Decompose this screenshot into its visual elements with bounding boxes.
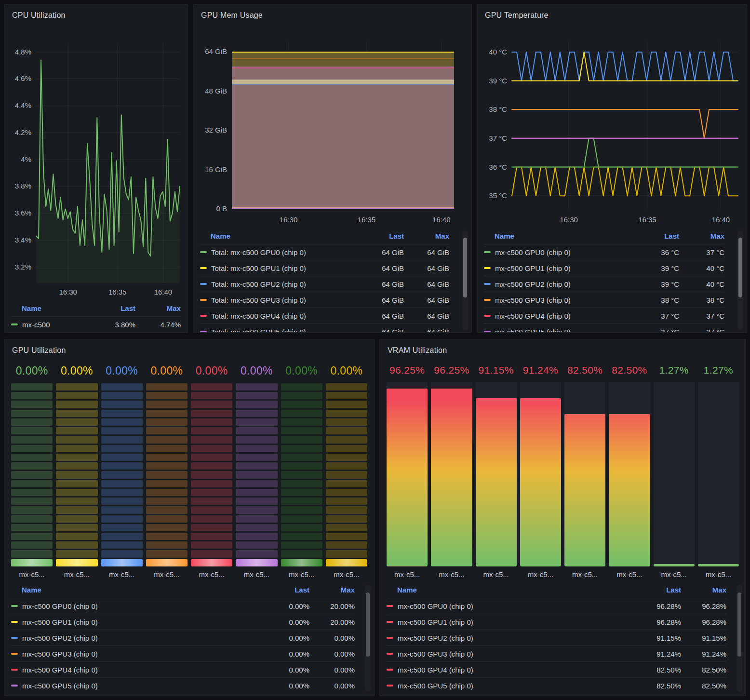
scrollbar-thumb[interactable] bbox=[463, 238, 467, 297]
legend-header-last[interactable]: Last bbox=[637, 586, 681, 594]
led-gauge-area[interactable]: 0.00%mx-c5...0.00%mx-c5...0.00%mx-c5...0… bbox=[4, 358, 374, 581]
led-cell-dim bbox=[326, 524, 367, 531]
legend-scrollbar[interactable] bbox=[365, 585, 371, 692]
legend-header-name[interactable]: Name bbox=[11, 304, 91, 312]
legend-series-name[interactable]: mx-c500 GPU2 (chip 0) bbox=[11, 634, 265, 642]
led-cell-dim bbox=[236, 524, 277, 531]
vram-gauge[interactable]: 96.25%mx-c5... bbox=[431, 360, 472, 581]
legend-series-name[interactable]: mx-c500 GPU0 (chip 0) bbox=[387, 602, 637, 610]
vram-gauge[interactable]: 91.15%mx-c5... bbox=[476, 360, 517, 581]
legend-series-name[interactable]: mx-c500 GPU2 (chip 0) bbox=[484, 280, 635, 288]
legend-last-value: 37 °C bbox=[635, 328, 679, 333]
gpu-util-gauge[interactable]: 0.00%mx-c5... bbox=[101, 360, 143, 581]
legend-header-name[interactable]: Name bbox=[11, 586, 265, 594]
legend-series-name[interactable]: mx-c500 GPU4 (chip 0) bbox=[387, 666, 637, 674]
legend-series-name[interactable]: Total: mx-c500 GPU1 (chip 0) bbox=[200, 264, 360, 272]
vram-gauge[interactable]: 1.27%mx-c5... bbox=[654, 360, 695, 581]
legend-series-name[interactable]: mx-c500 GPU0 (chip 0) bbox=[484, 248, 635, 256]
legend-header-max[interactable]: Max bbox=[404, 232, 449, 240]
led-cell-dim bbox=[11, 436, 53, 443]
legend-max-value: 40 °C bbox=[679, 280, 724, 288]
legend-header-last[interactable]: Last bbox=[91, 304, 135, 312]
vram-gauge[interactable]: 82.50%mx-c5... bbox=[564, 360, 605, 581]
scrollbar-thumb[interactable] bbox=[737, 592, 741, 657]
legend-series-name[interactable]: mx-c500 GPU4 (chip 0) bbox=[11, 666, 265, 674]
vram-gauge-area[interactable]: 96.25%mx-c5...96.25%mx-c5...91.15%mx-c5.… bbox=[380, 358, 746, 581]
legend-header-name[interactable]: Name bbox=[200, 232, 360, 240]
led-cell-dim bbox=[56, 524, 97, 531]
legend-series-name[interactable]: mx-c500 GPU4 (chip 0) bbox=[484, 312, 635, 320]
gpu-util-gauge[interactable]: 0.00%mx-c5... bbox=[11, 360, 53, 581]
svg-text:16:30: 16:30 bbox=[59, 288, 77, 296]
vram-gauge[interactable]: 82.50%mx-c5... bbox=[609, 360, 650, 581]
legend-last-value: 37 °C bbox=[635, 312, 679, 320]
panel-title[interactable]: CPU Utilization bbox=[4, 4, 188, 23]
legend-series-name[interactable]: mx-c500 GPU5 (chip 0) bbox=[484, 328, 635, 333]
cpu-utilization-chart[interactable]: 3.2%3.4%3.6%3.8%4%4.2%4.4%4.6%4.8%16:301… bbox=[7, 23, 185, 299]
gpu-util-gauge[interactable]: 0.00%mx-c5... bbox=[191, 360, 232, 581]
led-cell-dim bbox=[101, 471, 143, 478]
mem-chart-area[interactable]: 0 B16 GiB32 GiB48 GiB64 GiB16:3016:3516:… bbox=[193, 23, 471, 227]
led-cell-dim bbox=[101, 445, 143, 452]
legend-header-max[interactable]: Max bbox=[679, 232, 724, 240]
series-color-marker bbox=[200, 251, 207, 253]
cpu-chart-area[interactable]: 3.2%3.4%3.6%3.8%4%4.2%4.4%4.6%4.8%16:301… bbox=[4, 23, 188, 299]
legend-header-last[interactable]: Last bbox=[360, 232, 404, 240]
legend-scrollbar[interactable] bbox=[737, 585, 742, 692]
legend-series-name[interactable]: mx-c500 GPU2 (chip 0) bbox=[387, 634, 637, 642]
gauge-value: 0.00% bbox=[281, 364, 322, 377]
legend-scrollbar[interactable] bbox=[737, 231, 743, 330]
legend-series-name[interactable]: mx-c500 bbox=[11, 321, 91, 329]
panel-title[interactable]: VRAM Utilization bbox=[380, 339, 746, 358]
legend-series-name[interactable]: Total: mx-c500 GPU2 (chip 0) bbox=[200, 280, 360, 288]
legend-header-name[interactable]: Name bbox=[484, 232, 635, 240]
legend-series-name[interactable]: mx-c500 GPU1 (chip 0) bbox=[387, 618, 637, 626]
gauge-label: mx-c5... bbox=[520, 568, 561, 581]
legend-series-name[interactable]: Total: mx-c500 GPU4 (chip 0) bbox=[200, 312, 360, 320]
scrollbar-thumb[interactable] bbox=[738, 238, 742, 297]
legend-series-name[interactable]: mx-c500 GPU5 (chip 0) bbox=[11, 682, 265, 690]
gpu-util-gauge[interactable]: 0.00%mx-c5... bbox=[281, 360, 322, 581]
panel-title[interactable]: GPU Temperature bbox=[477, 4, 747, 23]
legend-series-name[interactable]: mx-c500 GPU5 (chip 0) bbox=[387, 682, 637, 690]
led-cell-dim bbox=[56, 506, 97, 513]
legend-series-name[interactable]: mx-c500 GPU3 (chip 0) bbox=[387, 650, 637, 658]
vram-gauge[interactable]: 96.25%mx-c5... bbox=[387, 360, 428, 581]
gpu-util-gauge[interactable]: 0.00%mx-c5... bbox=[146, 360, 188, 581]
gpu-util-gauge[interactable]: 0.00%mx-c5... bbox=[326, 360, 367, 581]
legend-series-name[interactable]: mx-c500 GPU1 (chip 0) bbox=[11, 618, 265, 626]
legend-gpu-util: Name Last Max mx-c500 GPU0 (chip 0)0.00%… bbox=[4, 582, 374, 696]
legend-header-max[interactable]: Max bbox=[681, 586, 726, 594]
led-cell-dim bbox=[101, 498, 143, 505]
legend-header-name[interactable]: Name bbox=[387, 586, 637, 594]
legend-series-name[interactable]: Total: mx-c500 GPU0 (chip 0) bbox=[200, 248, 360, 256]
legend-row: mx-c500 GPU5 (chip 0)0.00%0.00% bbox=[11, 677, 355, 693]
legend-header-last[interactable]: Last bbox=[635, 232, 679, 240]
gpu-temperature-chart[interactable]: 35 °C36 °C37 °C38 °C39 °C40 °C16:3016:35… bbox=[480, 23, 744, 227]
panel-title[interactable]: GPU Utilization bbox=[4, 339, 374, 358]
legend-series-name[interactable]: mx-c500 GPU3 (chip 0) bbox=[11, 650, 265, 658]
gpu-util-gauge[interactable]: 0.00%mx-c5... bbox=[236, 360, 277, 581]
gpu-mem-usage-chart[interactable]: 0 B16 GiB32 GiB48 GiB64 GiB16:3016:3516:… bbox=[196, 23, 469, 227]
legend-row: mx-c500 GPU4 (chip 0)37 °C37 °C bbox=[484, 308, 724, 323]
legend-series-name[interactable]: Total: mx-c500 GPU3 (chip 0) bbox=[200, 296, 360, 304]
led-cell-dim bbox=[326, 480, 367, 487]
legend-series-name[interactable]: mx-c500 GPU3 (chip 0) bbox=[484, 296, 635, 304]
vram-gauge[interactable]: 91.24%mx-c5... bbox=[520, 360, 561, 581]
gauge-value: 82.50% bbox=[564, 364, 605, 376]
led-cell-dim bbox=[11, 462, 53, 470]
legend-series-name[interactable]: mx-c500 GPU0 (chip 0) bbox=[11, 602, 265, 610]
legend-header-max[interactable]: Max bbox=[135, 304, 181, 312]
panel-title[interactable]: GPU Mem Usage bbox=[193, 4, 471, 23]
vram-gauge[interactable]: 1.27%mx-c5... bbox=[698, 360, 739, 581]
legend-series-name[interactable]: Total: mx-c500 GPU5 (chip 0) bbox=[200, 328, 360, 333]
legend-header-last[interactable]: Last bbox=[265, 586, 309, 594]
legend-row: mx-c500 GPU0 (chip 0)36 °C37 °C bbox=[484, 244, 724, 260]
legend-series-name[interactable]: mx-c500 GPU1 (chip 0) bbox=[484, 264, 635, 272]
legend-header-max[interactable]: Max bbox=[309, 586, 355, 594]
temp-chart-area[interactable]: 35 °C36 °C37 °C38 °C39 °C40 °C16:3016:35… bbox=[477, 23, 747, 227]
gauge-label: mx-c5... bbox=[698, 568, 739, 581]
legend-scrollbar[interactable] bbox=[462, 231, 468, 330]
gpu-util-gauge[interactable]: 0.00%mx-c5... bbox=[56, 360, 97, 581]
scrollbar-thumb[interactable] bbox=[366, 592, 370, 657]
